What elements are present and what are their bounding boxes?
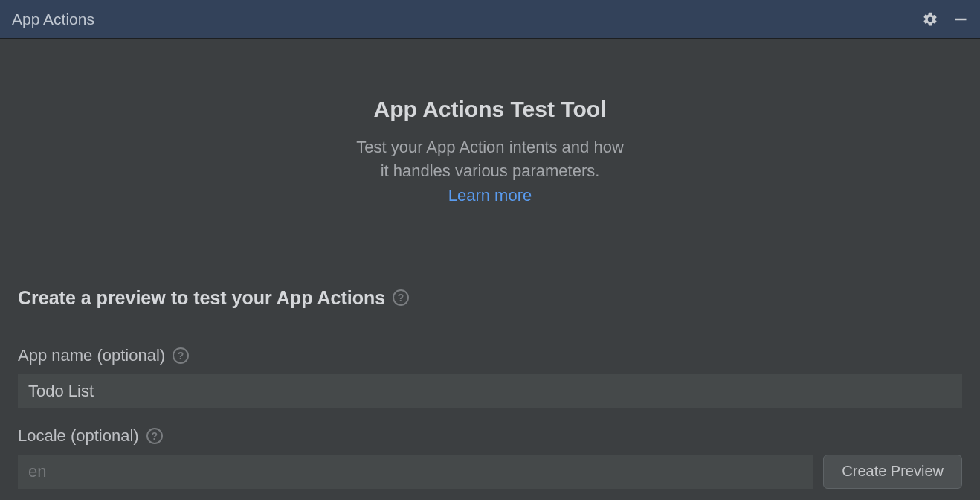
help-icon[interactable]: ?: [393, 289, 409, 306]
hero-description: Test your App Action intents and how it …: [18, 135, 962, 183]
gear-icon[interactable]: [922, 11, 938, 28]
hero-heading: App Actions Test Tool: [18, 97, 962, 122]
panel-title: App Actions: [12, 10, 94, 28]
section-title: Create a preview to test your App Action…: [18, 287, 385, 309]
hero-section: App Actions Test Tool Test your App Acti…: [18, 39, 962, 287]
locale-input[interactable]: [18, 455, 813, 489]
content-area: App Actions Test Tool Test your App Acti…: [0, 39, 980, 500]
app-name-label: App name (optional): [18, 346, 165, 365]
titlebar: App Actions: [0, 0, 980, 39]
minimize-icon[interactable]: [953, 12, 968, 27]
help-icon[interactable]: ?: [173, 347, 189, 364]
learn-more-link[interactable]: Learn more: [448, 186, 532, 205]
help-icon[interactable]: ?: [146, 428, 163, 444]
create-preview-button[interactable]: Create Preview: [823, 455, 962, 489]
locale-label: Locale (optional): [18, 426, 139, 446]
app-name-input[interactable]: [18, 374, 962, 408]
